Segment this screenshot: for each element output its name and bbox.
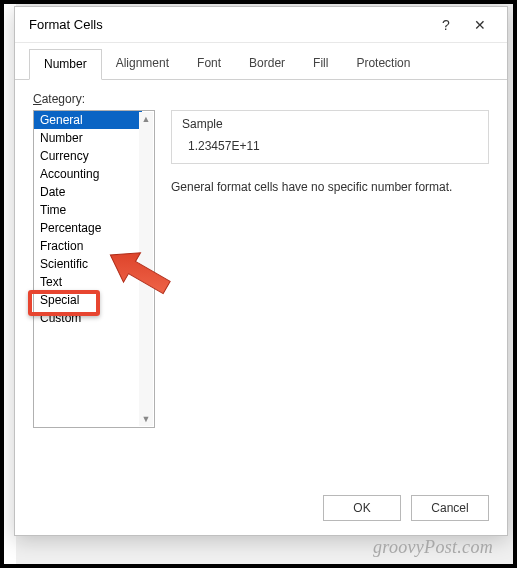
tab-label: Alignment: [116, 56, 169, 70]
right-column: Sample 1.23457E+11 General format cells …: [171, 110, 489, 428]
list-item-label: Custom: [40, 311, 81, 325]
dialog-title: Format Cells: [29, 17, 429, 32]
help-button[interactable]: ?: [429, 11, 463, 39]
category-item-custom[interactable]: Custom: [34, 309, 142, 327]
tab-bar: Number Alignment Font Border Fill Protec…: [15, 43, 507, 80]
category-item-accounting[interactable]: Accounting: [34, 165, 142, 183]
sample-label: Sample: [182, 117, 478, 131]
dialog-footer: OK Cancel: [323, 495, 489, 521]
category-item-date[interactable]: Date: [34, 183, 142, 201]
tab-border[interactable]: Border: [235, 49, 299, 79]
list-item-label: Accounting: [40, 167, 99, 181]
category-label: Category:: [33, 92, 489, 106]
tab-label: Font: [197, 56, 221, 70]
button-label: Cancel: [431, 501, 468, 515]
sample-value: 1.23457E+11: [182, 139, 478, 153]
tab-label: Number: [44, 57, 87, 71]
category-item-time[interactable]: Time: [34, 201, 142, 219]
title-bar: Format Cells ? ✕: [15, 7, 507, 43]
tab-number[interactable]: Number: [29, 49, 102, 80]
cancel-button[interactable]: Cancel: [411, 495, 489, 521]
scroll-up-icon: ▲: [142, 112, 151, 126]
category-item-number[interactable]: Number: [34, 129, 142, 147]
category-item-fraction[interactable]: Fraction: [34, 237, 142, 255]
list-item-label: Scientific: [40, 257, 88, 271]
list-item-label: General: [40, 113, 83, 127]
ok-button[interactable]: OK: [323, 495, 401, 521]
sample-box: Sample 1.23457E+11: [171, 110, 489, 164]
dialog-body: Category: General Number Currency Accoun…: [15, 80, 507, 428]
tab-label: Protection: [356, 56, 410, 70]
list-item-label: Fraction: [40, 239, 83, 253]
help-icon: ?: [442, 17, 450, 33]
list-item-label: Currency: [40, 149, 89, 163]
format-cells-dialog: Format Cells ? ✕ Number Alignment Font B…: [14, 6, 508, 536]
listbox-scrollbar[interactable]: ▲ ▼: [139, 112, 153, 426]
category-item-special[interactable]: Special: [34, 291, 142, 309]
tab-label: Border: [249, 56, 285, 70]
button-label: OK: [353, 501, 370, 515]
category-item-currency[interactable]: Currency: [34, 147, 142, 165]
list-item-label: Date: [40, 185, 65, 199]
tab-font[interactable]: Font: [183, 49, 235, 79]
list-item-label: Special: [40, 293, 79, 307]
category-item-percentage[interactable]: Percentage: [34, 219, 142, 237]
list-item-label: Text: [40, 275, 62, 289]
category-item-scientific[interactable]: Scientific: [34, 255, 142, 273]
category-item-general[interactable]: General: [34, 111, 142, 129]
tab-protection[interactable]: Protection: [342, 49, 424, 79]
tab-fill[interactable]: Fill: [299, 49, 342, 79]
category-listbox[interactable]: General Number Currency Accounting Date …: [33, 110, 155, 428]
list-item-label: Time: [40, 203, 66, 217]
category-item-text[interactable]: Text: [34, 273, 142, 291]
close-icon: ✕: [474, 17, 486, 33]
list-item-label: Percentage: [40, 221, 101, 235]
list-item-label: Number: [40, 131, 83, 145]
scroll-down-icon: ▼: [142, 412, 151, 426]
format-description: General format cells have no specific nu…: [171, 180, 489, 194]
close-button[interactable]: ✕: [463, 11, 497, 39]
tab-label: Fill: [313, 56, 328, 70]
watermark: groovyPost.com: [373, 537, 493, 558]
tab-alignment[interactable]: Alignment: [102, 49, 183, 79]
